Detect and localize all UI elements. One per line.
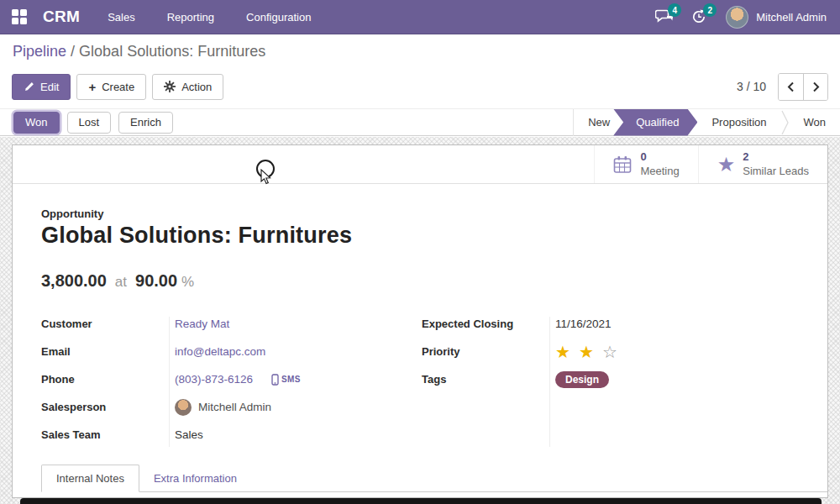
- percent-sign: %: [181, 274, 194, 291]
- create-button[interactable]: + Create: [76, 74, 146, 100]
- similar-leads-label: Similar Leads: [743, 165, 809, 178]
- field-tags: Tags Design: [422, 370, 799, 388]
- user-name: Mitchell Admin: [756, 11, 827, 24]
- sms-button[interactable]: SMS: [271, 374, 301, 386]
- field-group-right: Expected Closing 11/16/2021 Priority ★★☆…: [422, 315, 799, 454]
- pager-count: 3 / 10: [737, 80, 766, 93]
- won-button[interactable]: Won: [13, 112, 60, 134]
- breadcrumb-separator: /: [71, 43, 79, 60]
- phone-link[interactable]: (803)-873-6126: [175, 373, 253, 386]
- control-panel: Pipeline / Global Solutions: Furnitures …: [0, 34, 840, 108]
- opportunity-title: Global Solutions: Furnitures: [41, 223, 799, 249]
- email-link[interactable]: info@deltapc.com: [175, 345, 265, 358]
- gear-icon: [164, 81, 176, 92]
- form-sheet: Opportunity Global Solutions: Furnitures…: [13, 184, 827, 454]
- user-menu[interactable]: Mitchell Admin: [726, 6, 827, 29]
- plus-icon: +: [88, 81, 96, 93]
- expected-closing-value[interactable]: 11/16/2021: [555, 318, 612, 330]
- button-row: Edit + Create Action: [12, 73, 828, 100]
- activities-button[interactable]: 2: [690, 8, 709, 25]
- meeting-stat-button[interactable]: 0 Meeting: [594, 145, 697, 183]
- stage-ribbon: New Qualified Proposition Won: [573, 109, 840, 136]
- menu-reporting[interactable]: Reporting: [151, 11, 230, 24]
- navbar-right: 4 2 Mitchell Admin: [655, 6, 840, 29]
- mobile-phone-icon: [271, 374, 279, 386]
- record-type-label: Opportunity: [41, 207, 799, 220]
- pager-next-button[interactable]: [803, 74, 827, 100]
- field-expected-closing: Expected Closing 11/16/2021: [422, 315, 799, 333]
- salesperson-avatar: [175, 399, 192, 416]
- status-bar: Won Lost Enrich New Qualified Propositio…: [0, 108, 840, 136]
- breadcrumb: Pipeline / Global Solutions: Furnitures: [13, 43, 265, 60]
- user-avatar: [726, 6, 748, 29]
- tag-design[interactable]: Design: [555, 371, 609, 388]
- customer-link[interactable]: Ready Mat: [175, 318, 229, 330]
- at-label: at: [115, 274, 127, 291]
- breadcrumb-current: Global Solutions: Furnitures: [79, 43, 265, 60]
- expected-revenue: 3,800.00: [41, 271, 107, 291]
- edit-button[interactable]: Edit: [12, 74, 71, 100]
- meeting-label: Meeting: [640, 165, 679, 178]
- breadcrumb-pipeline-link[interactable]: Pipeline: [13, 43, 66, 60]
- chevron-right-icon: [812, 81, 820, 92]
- opportunity-form-card: 0 Meeting ★ 2 Similar Leads Opportunity …: [12, 144, 828, 498]
- top-navbar: CRM Sales Reporting Configuration 4 2 Mi…: [0, 0, 840, 34]
- field-customer: Customer Ready Mat: [41, 315, 408, 333]
- field-groups: Customer Ready Mat Email info@deltapc.co…: [41, 315, 799, 454]
- chevron-left-icon: [787, 81, 795, 92]
- stage-qualified[interactable]: Qualified: [613, 109, 697, 136]
- main-menu: Sales Reporting Configuration: [92, 0, 327, 34]
- pager-previous-button[interactable]: [779, 74, 803, 100]
- pencil-icon: [24, 81, 34, 92]
- calendar-icon: [613, 155, 633, 174]
- pager: 3 / 10: [737, 73, 828, 101]
- tab-extra-information[interactable]: Extra Information: [139, 465, 251, 491]
- probability-value: 90.00: [135, 271, 177, 291]
- field-phone: Phone (803)-873-6126 SMS: [41, 370, 408, 388]
- form-button-box: 0 Meeting ★ 2 Similar Leads: [13, 145, 827, 184]
- similar-leads-count: 2: [743, 150, 809, 164]
- app-name[interactable]: CRM: [43, 8, 80, 26]
- menu-configuration[interactable]: Configuration: [230, 11, 327, 24]
- stage-proposition[interactable]: Proposition: [697, 109, 780, 136]
- field-salesperson: Salesperson Mitchell Admin: [41, 398, 408, 416]
- lost-button[interactable]: Lost: [67, 112, 112, 134]
- meeting-count: 0: [640, 150, 679, 164]
- action-button[interactable]: Action: [152, 74, 223, 100]
- enrich-button[interactable]: Enrich: [118, 112, 173, 134]
- field-sales-team: Sales Team Sales: [41, 426, 408, 444]
- field-email: Email info@deltapc.com: [41, 343, 408, 360]
- similar-leads-stat-button[interactable]: ★ 2 Similar Leads: [698, 145, 827, 183]
- apps-grid-icon[interactable]: [12, 8, 29, 25]
- field-group-left: Customer Ready Mat Email info@deltapc.co…: [41, 315, 408, 454]
- star-filled-icon[interactable]: ★: [555, 344, 570, 360]
- stage-separator-icon: [781, 110, 790, 135]
- star-icon: ★: [717, 155, 736, 175]
- mouse-cursor-icon: [260, 169, 272, 185]
- messages-button[interactable]: 4: [655, 8, 674, 25]
- menu-sales[interactable]: Sales: [92, 11, 151, 24]
- notebook-tabs: Internal Notes Extra Information: [41, 465, 827, 492]
- star-empty-icon[interactable]: ☆: [602, 344, 617, 360]
- tab-internal-notes[interactable]: Internal Notes: [41, 465, 139, 492]
- field-priority: Priority ★★☆: [422, 343, 799, 360]
- messages-badge: 4: [668, 3, 681, 17]
- revenue-row: 3,800.00 at 90.00 %: [41, 271, 799, 291]
- priority-stars: ★★☆: [555, 344, 619, 360]
- star-filled-icon[interactable]: ★: [579, 344, 594, 360]
- salesperson-name[interactable]: Mitchell Admin: [198, 401, 271, 413]
- content-background: 0 Meeting ★ 2 Similar Leads Opportunity …: [0, 137, 840, 504]
- sales-team-value[interactable]: Sales: [175, 428, 203, 441]
- bottom-dark-bar: [20, 498, 822, 504]
- stage-won[interactable]: Won: [790, 109, 840, 136]
- activities-badge: 2: [703, 3, 717, 17]
